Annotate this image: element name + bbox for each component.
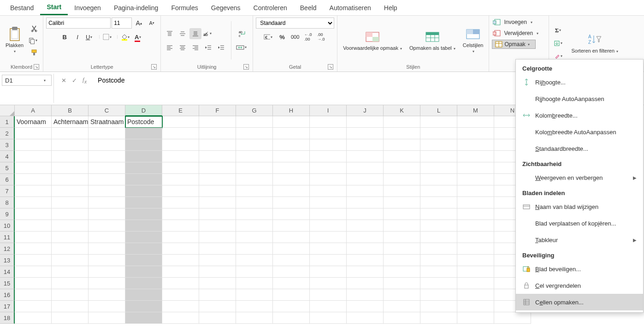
cell-J1[interactable] <box>347 116 384 128</box>
row-header-14[interactable]: 14 <box>0 266 15 278</box>
cell-D16[interactable] <box>125 289 162 301</box>
menu-tab-color[interactable]: Tabkleur ▶ <box>516 232 643 248</box>
cell-I15[interactable] <box>310 278 347 289</box>
cell-L16[interactable] <box>420 289 457 301</box>
cell-I17[interactable] <box>310 301 347 312</box>
cell-A15[interactable] <box>15 278 52 289</box>
conditional-format-button[interactable]: Voorwaardelijke opmaak ▾ <box>340 29 405 52</box>
align-left-button[interactable] <box>164 42 176 53</box>
cell-E5[interactable] <box>162 162 199 174</box>
bold-button[interactable]: B <box>59 31 71 42</box>
align-middle-button[interactable] <box>177 28 189 39</box>
font-color-button[interactable]: A▾ <box>133 31 145 42</box>
menu-autofit-row-height[interactable]: Rijhoogte AutoAanpassen <box>516 90 643 107</box>
cell-I3[interactable] <box>310 139 347 151</box>
cell-H15[interactable] <box>273 278 310 289</box>
copy-button[interactable]: ▾ <box>28 35 40 46</box>
menu-column-width[interactable]: Kolombreedte... <box>516 107 643 124</box>
cell-K7[interactable] <box>384 185 420 197</box>
clipboard-dialog-launcher[interactable]: ↘ <box>34 64 39 70</box>
cell-J15[interactable] <box>347 278 384 289</box>
cell-B6[interactable] <box>52 174 89 185</box>
cell-H3[interactable] <box>273 139 310 151</box>
cell-J5[interactable] <box>347 162 384 174</box>
tab-invoegen[interactable]: Invoegen <box>68 0 107 15</box>
cell-F5[interactable] <box>199 162 236 174</box>
cell-K1[interactable] <box>384 116 420 128</box>
row-header-5[interactable]: 5 <box>0 162 15 174</box>
cell-K15[interactable] <box>384 278 420 289</box>
cell-L15[interactable] <box>420 278 457 289</box>
cell-D9[interactable] <box>125 208 162 220</box>
cell-B18[interactable] <box>52 312 89 324</box>
cell-C18[interactable] <box>89 312 125 324</box>
cell-K10[interactable] <box>384 220 420 232</box>
cell-D6[interactable] <box>125 174 162 185</box>
row-header-13[interactable]: 13 <box>0 255 15 266</box>
decrease-decimal-button[interactable]: .00→.0 <box>315 31 327 42</box>
cell-J16[interactable] <box>347 289 384 301</box>
tab-help[interactable]: Help <box>378 0 404 15</box>
cell-H8[interactable] <box>273 197 310 208</box>
cell-M9[interactable] <box>457 208 494 220</box>
wrap-text-button[interactable]: abc <box>235 28 250 39</box>
cell-G15[interactable] <box>236 278 273 289</box>
row-header-6[interactable]: 6 <box>0 174 15 185</box>
cell-M7[interactable] <box>457 185 494 197</box>
cell-D4[interactable] <box>125 151 162 162</box>
cell-G14[interactable] <box>236 266 273 278</box>
fx-icon[interactable]: fx <box>83 76 87 84</box>
cell-B12[interactable] <box>52 243 89 255</box>
cell-B5[interactable] <box>52 162 89 174</box>
cell-F17[interactable] <box>199 301 236 312</box>
cell-J8[interactable] <box>347 197 384 208</box>
cell-L11[interactable] <box>420 232 457 243</box>
cell-A11[interactable] <box>15 232 52 243</box>
cell-A13[interactable] <box>15 255 52 266</box>
row-header-3[interactable]: 3 <box>0 139 15 151</box>
cell-H5[interactable] <box>273 162 310 174</box>
cell-J9[interactable] <box>347 208 384 220</box>
cell-C11[interactable] <box>89 232 125 243</box>
cell-M11[interactable] <box>457 232 494 243</box>
cell-F6[interactable] <box>199 174 236 185</box>
cell-B9[interactable] <box>52 208 89 220</box>
cell-D17[interactable] <box>125 301 162 312</box>
cell-styles-button[interactable]: Celstijlen▾ <box>460 26 486 55</box>
cell-N18[interactable] <box>494 312 531 324</box>
cell-B14[interactable] <box>52 266 89 278</box>
format-as-table-button[interactable]: Opmaken als tabel ▾ <box>407 29 458 52</box>
row-header-7[interactable]: 7 <box>0 185 15 197</box>
menu-row-height[interactable]: Rijhoogte... <box>516 74 643 90</box>
cell-B10[interactable] <box>52 220 89 232</box>
cell-A1[interactable]: Voornaam <box>15 116 52 128</box>
cell-C14[interactable] <box>89 266 125 278</box>
cell-F4[interactable] <box>199 151 236 162</box>
cell-L5[interactable] <box>420 162 457 174</box>
cell-G8[interactable] <box>236 197 273 208</box>
cell-D10[interactable] <box>125 220 162 232</box>
cell-J7[interactable] <box>347 185 384 197</box>
cell-A14[interactable] <box>15 266 52 278</box>
cell-G6[interactable] <box>236 174 273 185</box>
formula-cancel-icon[interactable]: ✕ <box>61 77 66 84</box>
cell-F3[interactable] <box>199 139 236 151</box>
row-header-8[interactable]: 8 <box>0 197 15 208</box>
cell-L10[interactable] <box>420 220 457 232</box>
cell-H18[interactable] <box>273 312 310 324</box>
cell-E2[interactable] <box>162 128 199 139</box>
cell-D15[interactable] <box>125 278 162 289</box>
column-header-D[interactable]: D <box>125 105 162 116</box>
cell-J4[interactable] <box>347 151 384 162</box>
cell-L14[interactable] <box>420 266 457 278</box>
cell-E9[interactable] <box>162 208 199 220</box>
cell-D8[interactable] <box>125 197 162 208</box>
cell-G5[interactable] <box>236 162 273 174</box>
cell-A6[interactable] <box>15 174 52 185</box>
cell-C7[interactable] <box>89 185 125 197</box>
cell-M2[interactable] <box>457 128 494 139</box>
cell-F1[interactable] <box>199 116 236 128</box>
cell-G9[interactable] <box>236 208 273 220</box>
cell-K8[interactable] <box>384 197 420 208</box>
cell-C13[interactable] <box>89 255 125 266</box>
